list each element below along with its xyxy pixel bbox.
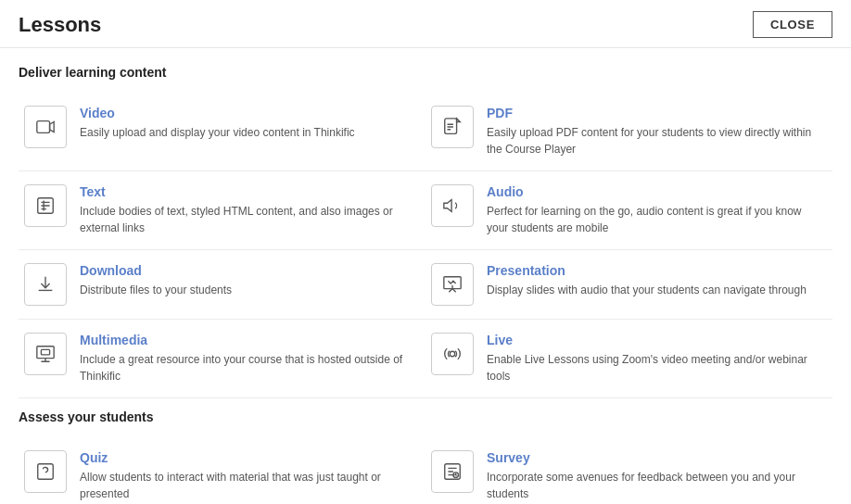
item-presentation[interactable]: PresentationDisplay slides with audio th… [426, 250, 832, 320]
video-icon [24, 106, 67, 148]
item-desc-multimedia: Include a great resource into your cours… [80, 351, 416, 384]
item-text-presentation: PresentationDisplay slides with audio th… [487, 263, 823, 298]
items-grid-deliver: VideoEasily upload and display your vide… [19, 93, 832, 398]
item-multimedia[interactable]: MultimediaInclude a great resource into … [19, 320, 426, 398]
item-live[interactable]: LiveEnable Live Lessons using Zoom's vid… [426, 320, 832, 398]
item-text-multimedia: MultimediaInclude a great resource into … [80, 333, 416, 384]
item-text[interactable]: TextInclude bodies of text, styled HTML … [19, 171, 426, 250]
item-desc-presentation: Display slides with audio that your stud… [487, 282, 823, 298]
section-deliver: Deliver learning contentVideoEasily uplo… [19, 65, 832, 398]
item-title-video: Video [80, 106, 416, 120]
page-header: Lessons CLOSE [0, 0, 851, 48]
section-heading-deliver: Deliver learning content [19, 65, 832, 80]
item-pdf[interactable]: PDFEasily upload PDF content for your st… [426, 93, 832, 171]
item-desc-pdf: Easily upload PDF content for your stude… [487, 124, 823, 158]
item-desc-quiz: Allow students to interact with material… [80, 469, 416, 502]
item-text-quiz: QuizAllow students to interact with mate… [80, 450, 416, 502]
item-desc-video: Easily upload and display your video con… [80, 124, 416, 141]
page-title: Lessons [19, 13, 101, 37]
item-title-pdf: PDF [487, 106, 823, 120]
item-title-audio: Audio [487, 184, 823, 199]
item-text-audio: AudioPerfect for learning on the go, aud… [487, 184, 823, 236]
item-desc-audio: Perfect for learning on the go, audio co… [487, 203, 823, 236]
svg-rect-8 [38, 464, 54, 480]
item-title-text: Text [80, 184, 416, 199]
svg-rect-6 [41, 349, 49, 355]
multimedia-icon [24, 333, 67, 375]
item-video[interactable]: VideoEasily upload and display your vide… [19, 93, 426, 171]
item-title-live: Live [487, 333, 823, 347]
item-desc-text: Include bodies of text, styled HTML cont… [80, 203, 416, 236]
item-download[interactable]: DownloadDistribute files to your student… [19, 250, 426, 320]
presentation-icon [431, 263, 474, 306]
quiz-icon [24, 450, 67, 493]
item-desc-download: Distribute files to your students [80, 282, 416, 298]
item-title-presentation: Presentation [487, 263, 823, 278]
item-audio[interactable]: AudioPerfect for learning on the go, aud… [426, 171, 832, 250]
text-icon [24, 184, 67, 227]
item-title-download: Download [80, 263, 416, 278]
svg-rect-1 [445, 119, 457, 133]
item-text-pdf: PDFEasily upload PDF content for your st… [487, 106, 823, 158]
item-text-live: LiveEnable Live Lessons using Zoom's vid… [487, 333, 823, 384]
close-button[interactable]: CLOSE [753, 11, 832, 38]
item-survey[interactable]: SurveyIncorporate some avenues for feedb… [426, 437, 832, 504]
download-icon [24, 263, 67, 306]
item-text-text: TextInclude bodies of text, styled HTML … [80, 184, 416, 236]
item-title-multimedia: Multimedia [80, 333, 416, 347]
items-grid-assess: QuizAllow students to interact with mate… [19, 437, 832, 504]
section-heading-assess: Assess your students [19, 410, 832, 424]
item-text-video: VideoEasily upload and display your vide… [80, 106, 416, 141]
svg-rect-0 [37, 121, 50, 133]
survey-icon [431, 450, 474, 493]
item-desc-live: Enable Live Lessons using Zoom's video m… [487, 351, 823, 384]
item-title-survey: Survey [487, 450, 823, 465]
item-desc-survey: Incorporate some avenues for feedback be… [487, 469, 823, 502]
svg-rect-5 [37, 346, 54, 359]
content-area: Deliver learning contentVideoEasily uplo… [0, 48, 851, 504]
item-text-download: DownloadDistribute files to your student… [80, 263, 416, 298]
live-icon [431, 333, 474, 375]
pdf-icon [431, 106, 474, 148]
svg-point-7 [450, 351, 455, 357]
section-assess: Assess your studentsQuizAllow students t… [19, 410, 832, 504]
item-text-survey: SurveyIncorporate some avenues for feedb… [487, 450, 823, 502]
audio-icon [431, 184, 474, 227]
item-title-quiz: Quiz [80, 450, 416, 465]
item-quiz[interactable]: QuizAllow students to interact with mate… [19, 437, 426, 504]
